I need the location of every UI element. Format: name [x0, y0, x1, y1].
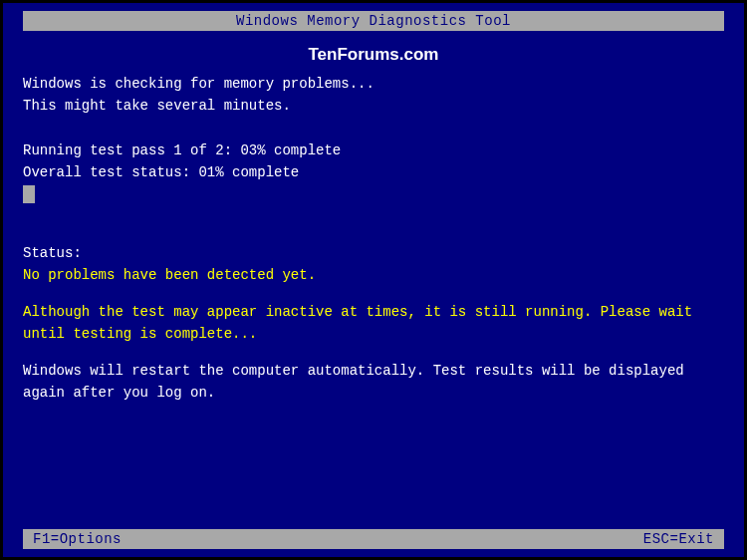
status-label: Status: — [23, 242, 724, 264]
f1-options-hint[interactable]: F1=Options — [33, 531, 122, 547]
footer-bar: F1=Options ESC=Exit — [23, 529, 724, 549]
restart-message: Windows will restart the computer automa… — [23, 360, 724, 405]
cursor-block-icon — [23, 185, 35, 203]
overall-status: Overall test status: 01% complete — [23, 161, 724, 183]
checking-line2: This might take several minutes. — [23, 95, 724, 117]
inactive-message: Although the test may appear inactive at… — [23, 301, 724, 346]
test-pass-progress: Running test pass 1 of 2: 03% complete — [23, 140, 724, 161]
content-area: Windows is checking for memory problems.… — [3, 73, 744, 404]
checking-line1: Windows is checking for memory problems.… — [23, 73, 724, 95]
watermark: TenForums.com — [3, 31, 744, 73]
status-message: No problems have been detected yet. — [23, 264, 724, 286]
title-bar: Windows Memory Diagnostics Tool — [23, 11, 724, 31]
diagnostics-screen: Windows Memory Diagnostics Tool TenForum… — [0, 0, 747, 560]
progress-cursor — [23, 184, 724, 206]
esc-exit-hint[interactable]: ESC=Exit — [643, 531, 714, 547]
